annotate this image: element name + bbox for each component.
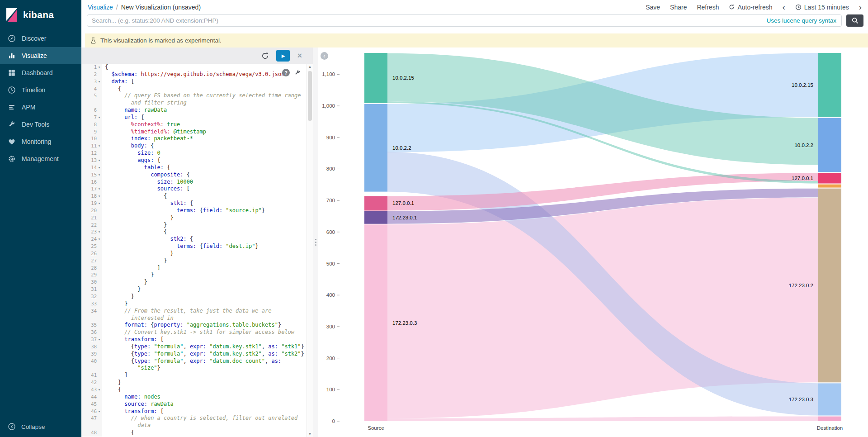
code-line[interactable]: 18▾ {	[81, 193, 307, 200]
sankey-node[interactable]	[364, 196, 387, 210]
scrollbar-thumb[interactable]	[308, 71, 312, 121]
code-line[interactable]: 12 size: 0	[81, 150, 307, 157]
fold-toggle[interactable]: ▾	[97, 193, 102, 200]
code-line[interactable]: 41 ]	[81, 372, 307, 379]
breadcrumb-visualize-link[interactable]: Visualize	[88, 4, 113, 11]
fold-toggle[interactable]: ▾	[97, 200, 102, 207]
sankey-node[interactable]	[818, 189, 841, 383]
time-forward-chevron[interactable]: ›	[859, 3, 862, 11]
scroll-up-arrow[interactable]: ▲	[307, 65, 313, 69]
code-line[interactable]: 21 }	[81, 214, 307, 222]
fold-toggle[interactable]: ▾	[97, 386, 102, 394]
search-input[interactable]	[87, 14, 842, 27]
code-line[interactable]: "size"}	[81, 365, 307, 372]
code-line[interactable]: 3▾ data: [	[81, 78, 307, 86]
reload-button[interactable]	[261, 52, 269, 60]
panel-resizer[interactable]	[313, 48, 318, 437]
fold-toggle[interactable]: ▾	[97, 64, 102, 71]
code-line[interactable]: data	[81, 422, 307, 429]
code-line[interactable]: 5 // query ES based on the currently sel…	[81, 92, 307, 100]
fold-toggle[interactable]: ▾	[97, 171, 102, 179]
code-line[interactable]: 32 }	[81, 293, 307, 300]
sankey-node[interactable]	[818, 173, 841, 184]
sidebar-item-apm[interactable]: APM	[0, 99, 81, 116]
sidebar-item-visualize[interactable]: Visualize	[0, 47, 81, 64]
code-line[interactable]: 28 ]	[81, 265, 307, 272]
close-editor-icon[interactable]: ×	[297, 52, 302, 60]
code-line[interactable]: 25 terms: {field: "dest.ip"}	[81, 243, 307, 250]
scroll-down-arrow[interactable]: ▼	[307, 432, 313, 436]
fold-toggle[interactable]: ▾	[97, 114, 102, 121]
code-line[interactable]: 22 }	[81, 222, 307, 229]
sankey-node[interactable]	[818, 383, 841, 415]
code-line[interactable]: 9 %timefield%: @timestamp	[81, 128, 307, 136]
sidebar-item-management[interactable]: Management	[0, 150, 81, 167]
code-line[interactable]: 1▾{	[81, 64, 307, 71]
code-line[interactable]: 7▾ url: {	[81, 114, 307, 121]
fold-toggle[interactable]: ▾	[97, 142, 102, 150]
code-line[interactable]: 48 {	[81, 429, 307, 437]
sankey-node[interactable]	[364, 211, 387, 224]
code-line[interactable]: 44 name: nodes	[81, 394, 307, 401]
sidebar-item-timelion[interactable]: Timelion	[0, 81, 81, 99]
sankey-node[interactable]	[818, 53, 841, 117]
code-editor[interactable]: 1▾{2 $schema: https://vega.github.io/sch…	[81, 64, 307, 437]
sidebar-item-dev-tools[interactable]: Dev Tools	[0, 116, 81, 133]
fold-toggle[interactable]: ▾	[97, 164, 102, 171]
sidebar-item-dashboard[interactable]: Dashboard	[0, 64, 81, 81]
lucene-syntax-link[interactable]: Uses lucene query syntax	[766, 17, 836, 24]
code-line[interactable]: 26 }	[81, 250, 307, 257]
time-back-chevron[interactable]: ‹	[783, 3, 785, 11]
code-line[interactable]: 37▾ transform: [	[81, 336, 307, 343]
code-line[interactable]: and filter string	[81, 100, 307, 107]
code-line[interactable]: 13▾ aggs: {	[81, 157, 307, 164]
fold-toggle[interactable]: ▾	[97, 336, 102, 343]
code-line[interactable]: 31 }	[81, 286, 307, 293]
code-line[interactable]: 34 // From the result, take just the dat…	[81, 308, 307, 315]
kibana-logo[interactable]: kibana	[0, 0, 81, 30]
code-line[interactable]: 43▾ {	[81, 386, 307, 394]
code-line[interactable]: 10 index: packetbeat-*	[81, 135, 307, 142]
code-line[interactable]: 20 terms: {field: "source.ip"}	[81, 207, 307, 214]
code-line[interactable]: 29 }	[81, 271, 307, 279]
code-line[interactable]: 6 name: rawData	[81, 107, 307, 114]
auto-refresh-button[interactable]: Auto-refresh	[729, 4, 772, 11]
code-line[interactable]: 23▾ {	[81, 228, 307, 236]
sankey-node[interactable]	[364, 104, 387, 192]
code-line[interactable]: 30 }	[81, 279, 307, 286]
code-line[interactable]: 45 source: rawData	[81, 401, 307, 408]
sankey-node[interactable]	[818, 118, 841, 172]
save-button[interactable]: Save	[646, 4, 660, 11]
code-line[interactable]: 16 size: 10000	[81, 179, 307, 186]
code-line[interactable]: 40 {type: "formula", expr: "datum.doc_co…	[81, 358, 307, 365]
code-line[interactable]: 15▾ composite: {	[81, 171, 307, 179]
code-line[interactable]: 27 }	[81, 257, 307, 265]
format-wrench-button[interactable]	[294, 69, 301, 76]
time-picker[interactable]: Last 15 minutes	[795, 4, 849, 11]
code-line[interactable]: 35 format: {property: "aggregations.tabl…	[81, 322, 307, 329]
fold-toggle[interactable]: ▾	[97, 236, 102, 243]
collapse-editor-button[interactable]: ‹	[321, 52, 328, 60]
fold-toggle[interactable]: ▾	[97, 78, 102, 86]
code-line[interactable]: 14▾ table: {	[81, 164, 307, 171]
code-line[interactable]: 11▾ body: {	[81, 142, 307, 150]
code-line[interactable]: 8 %context%: true	[81, 121, 307, 128]
search-button[interactable]	[846, 14, 863, 27]
help-button[interactable]: ?	[282, 69, 290, 76]
sidebar-item-discover[interactable]: Discover	[0, 30, 81, 47]
code-line[interactable]: 4 {	[81, 86, 307, 93]
sidebar-item-monitoring[interactable]: Monitoring	[0, 133, 81, 150]
fold-toggle[interactable]: ▾	[97, 408, 102, 415]
sankey-node[interactable]	[364, 224, 387, 421]
code-line[interactable]: 2 $schema: https://vega.github.io/schema…	[81, 71, 307, 78]
code-line[interactable]: 46▾ transform: [	[81, 408, 307, 415]
sidebar-collapse-button[interactable]: Collapse	[0, 416, 81, 437]
code-line[interactable]: 19▾ stk1: {	[81, 200, 307, 207]
code-line[interactable]: 24▾ stk2: {	[81, 236, 307, 243]
sankey-node[interactable]	[818, 417, 841, 421]
run-button[interactable]: ▶	[276, 50, 290, 62]
code-line[interactable]: interested in	[81, 315, 307, 322]
sankey-node[interactable]	[364, 53, 387, 103]
refresh-button[interactable]: Refresh	[697, 4, 719, 11]
code-line[interactable]: 17▾ sources: [	[81, 185, 307, 193]
